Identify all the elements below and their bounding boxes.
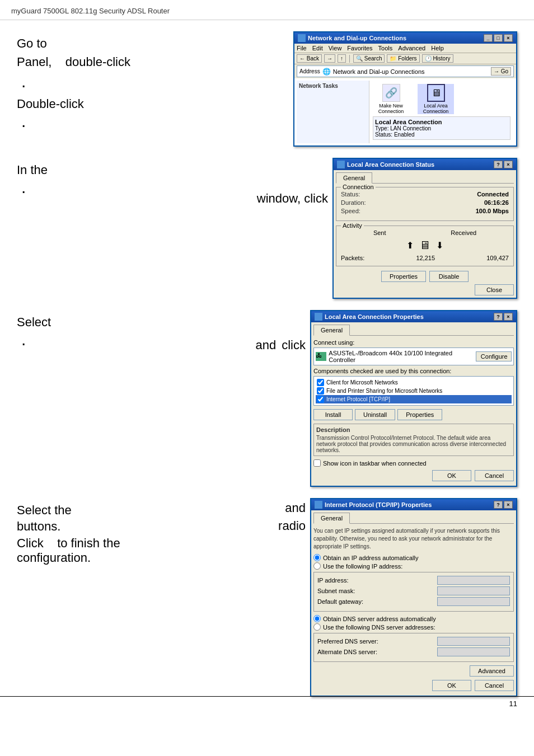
section4-row: Select · and click Local Area Connection… xyxy=(17,310,517,487)
page-footer-line xyxy=(0,696,534,697)
subnet-input[interactable] xyxy=(437,586,510,595)
nic-name: ASUSTeL-/Broadcom 440x 10/100 Integrated… xyxy=(329,350,476,363)
nc-left-panel: Network Tasks xyxy=(297,81,369,143)
preferred-input[interactable] xyxy=(437,637,510,646)
disable-btn[interactable]: Disable xyxy=(429,271,469,282)
tcpip-ok-btn[interactable]: OK xyxy=(432,680,471,691)
alternate-field-row: Alternate DNS server: xyxy=(317,647,510,656)
folders-btn[interactable]: 📁 Folders xyxy=(387,54,419,63)
lan-props-close-btn[interactable]: × xyxy=(504,313,513,321)
obtain-dns-item: Obtain DNS server address automatically xyxy=(313,615,514,622)
menu-tools[interactable]: Tools xyxy=(378,45,393,51)
section5-row: Select the buttons. Click to finish the … xyxy=(17,498,517,697)
lan-props-help-btn[interactable]: ? xyxy=(494,313,503,321)
configure-btn[interactable]: Configure xyxy=(476,351,512,361)
props-btn[interactable]: Properties xyxy=(397,409,442,420)
alternate-input[interactable] xyxy=(437,647,510,656)
menu-help[interactable]: Help xyxy=(431,45,444,51)
tab-general[interactable]: General xyxy=(336,172,372,184)
show-icon-label: Show icon in taskbar when connected xyxy=(323,460,427,467)
close-row: Close xyxy=(336,284,514,295)
search-btn[interactable]: 🔍 Search xyxy=(353,54,385,63)
section1-row: Go to Panel, double-click · Double-click… xyxy=(17,31,517,147)
window-click-text: window, click xyxy=(257,158,328,206)
make-new-connection-icon[interactable]: 🔗 Make New Connection xyxy=(373,84,409,114)
obtain-auto-label: Obtain an IP address automatically xyxy=(323,555,418,561)
tcpip-help-btn[interactable]: ? xyxy=(494,501,503,509)
nc-minimize-btn[interactable]: _ xyxy=(484,34,493,42)
nc-close-btn[interactable]: × xyxy=(504,34,513,42)
tcpip-tab-general[interactable]: General xyxy=(313,513,350,524)
and-radio-text: and radio xyxy=(278,498,306,533)
menu-file[interactable]: File xyxy=(297,45,307,51)
dns-radio-group: Obtain DNS server address automatically … xyxy=(313,615,514,631)
nic-icon: 🖧 xyxy=(316,352,326,361)
selected-name: Local Area Connection xyxy=(375,119,508,125)
lan-status-btns: ? × xyxy=(494,161,513,168)
nc-selected-info: Local Area Connection Type: LAN Connecti… xyxy=(373,116,510,140)
double-click-text: Double-click xyxy=(17,95,174,113)
dns-fields-group: Preferred DNS server: Alternate DNS serv… xyxy=(313,633,514,662)
tcpip-tabs: General xyxy=(313,513,514,524)
lan-props-ok-btn[interactable]: OK xyxy=(432,470,471,481)
back-btn[interactable]: ← Back xyxy=(297,54,322,63)
section4-left: Select · xyxy=(17,310,174,353)
activity-group-title: Activity xyxy=(341,222,364,229)
lan-props-titlebar: Local Area Connection Properties ? × xyxy=(311,311,516,322)
preferred-field-row: Preferred DNS server: xyxy=(317,637,510,646)
section3-right: window, click Local Area Connection Stat… xyxy=(174,158,517,299)
ip-field-row: IP address: xyxy=(317,576,510,585)
obtain-auto-radio[interactable] xyxy=(313,554,321,561)
close-btn[interactable]: Close xyxy=(475,284,514,295)
menu-edit[interactable]: Edit xyxy=(312,45,323,51)
local-area-connection-icon[interactable]: 🖥 Local Area Connection xyxy=(418,84,454,114)
address-label: Address xyxy=(299,68,320,74)
advanced-btn[interactable]: Advanced xyxy=(470,665,514,677)
lan-props-icon xyxy=(315,313,322,321)
up-btn[interactable]: ↑ xyxy=(338,54,346,63)
tcpip-btns: ? × xyxy=(494,501,513,509)
gateway-input[interactable] xyxy=(437,597,510,606)
nc-titlebar-buttons: _ □ × xyxy=(484,34,513,42)
component-sharing-check[interactable] xyxy=(317,387,324,395)
show-icon-check[interactable] xyxy=(313,459,321,467)
uninstall-btn[interactable]: Uninstall xyxy=(355,409,395,420)
history-btn[interactable]: 🕐 History xyxy=(422,54,453,63)
local-area-label: Local Area Connection xyxy=(418,103,454,114)
packets-row: Packets: 12,215 109,427 xyxy=(341,255,509,261)
lan-status-content: General Connection Status: Connected Dur… xyxy=(334,170,516,298)
lan-props-tabs: General xyxy=(313,325,514,336)
lan-props-cancel-btn[interactable]: Cancel xyxy=(475,470,514,481)
obtain-auto-item: Obtain an IP address automatically xyxy=(313,554,514,561)
use-dns-radio[interactable] xyxy=(313,623,321,631)
ip-input[interactable] xyxy=(437,576,510,585)
section1-left: Go to Panel, double-click · Double-click… xyxy=(17,31,174,134)
menu-view[interactable]: View xyxy=(329,45,342,51)
obtain-dns-radio[interactable] xyxy=(313,615,321,622)
nc-maximize-btn[interactable]: □ xyxy=(494,34,503,42)
section3-left: In the · xyxy=(17,158,174,200)
lan-status-close-btn[interactable]: × xyxy=(504,161,513,168)
and-click-text: and click xyxy=(256,310,306,353)
component-tcpip-check[interactable] xyxy=(317,396,324,403)
use-following-radio[interactable] xyxy=(313,562,321,570)
go-btn[interactable]: → Go xyxy=(491,67,511,76)
subnet-label: Subnet mask: xyxy=(317,588,355,594)
use-following-item: Use the following IP address: xyxy=(313,562,514,570)
tcpip-ok-row: OK Cancel xyxy=(313,680,514,691)
selected-type: Type: LAN Connection xyxy=(375,125,508,132)
install-btn[interactable]: Install xyxy=(313,409,353,420)
forward-btn[interactable]: → xyxy=(324,54,335,63)
lan-status-help-btn[interactable]: ? xyxy=(494,161,503,168)
obtain-dns-label: Obtain DNS server address automatically xyxy=(323,616,436,622)
component-client-check[interactable] xyxy=(317,379,324,386)
tcpip-close-btn[interactable]: × xyxy=(504,501,513,509)
duration-row: Duration: 06:16:26 xyxy=(341,199,509,206)
tcpip-cancel-btn[interactable]: Cancel xyxy=(475,680,514,691)
component-tcpip[interactable]: Internet Protocol [TCP/IP] xyxy=(316,395,512,403)
menu-favorites[interactable]: Favorites xyxy=(347,45,372,51)
properties-btn[interactable]: Properties xyxy=(381,271,426,282)
menu-advanced[interactable]: Advanced xyxy=(398,45,425,51)
page-header: myGuard 7500GL 802.11g Security ADSL Rou… xyxy=(0,0,534,20)
lan-props-tab-general[interactable]: General xyxy=(313,325,350,336)
